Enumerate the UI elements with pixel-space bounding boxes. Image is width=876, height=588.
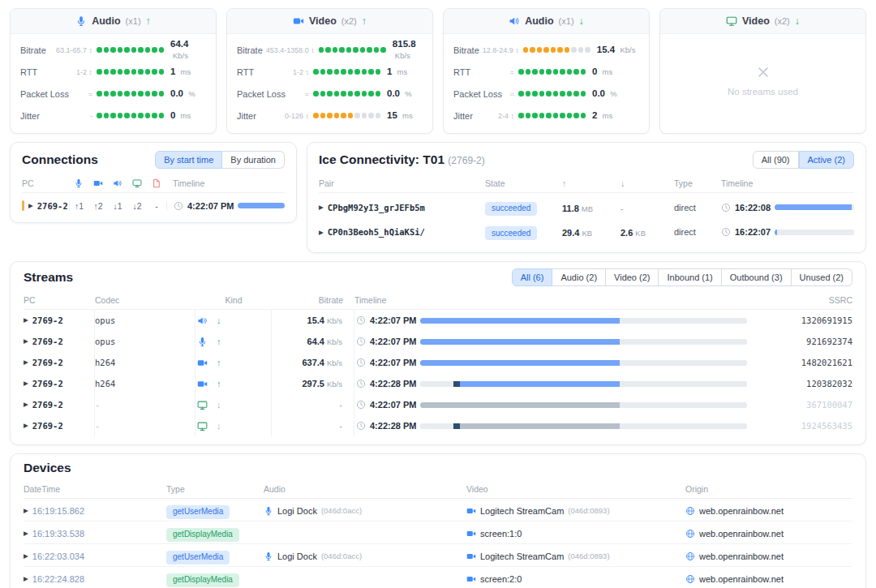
connection-pc-id: 2769-2 — [37, 201, 68, 211]
connection-start-time: 4:22:07 PM — [187, 201, 234, 211]
connection-timeline-bar — [238, 203, 285, 208]
video-device-name: screen:1:0 — [480, 529, 522, 539]
clock-icon — [174, 201, 183, 211]
audio-receive-card: Audio (x1) ↓ Bitrate 12.8-24.9 ↕ 15.4 Kb… — [443, 8, 650, 134]
metric-number: 0 — [170, 110, 175, 120]
inbound-arrow-icon: ↓ — [217, 421, 221, 431]
metric-number: 15 — [387, 110, 397, 120]
stream-row[interactable]: ▶2769-2 h264 ↑ 297.5Kb/s 4:22:28 PM 1203… — [24, 373, 852, 394]
clock-icon — [356, 315, 366, 325]
expand-caret-icon[interactable]: ▶ — [24, 530, 28, 537]
ice-pair-row[interactable]: ▶ CP0n3Beoh5_hQiaKSi/ succeeded 29.4KB 2… — [319, 218, 854, 243]
ice-filter-all-button[interactable]: All (90) — [753, 151, 799, 169]
metric-value: 0 ms — [170, 110, 206, 121]
card-count: (x1) — [559, 16, 574, 26]
ice-filter-active-button[interactable]: Active (2) — [799, 151, 854, 169]
middle-row: Connections By start time By duration PC… — [10, 142, 866, 253]
sort-by-duration-button[interactable]: By duration — [222, 151, 285, 169]
expand-caret-icon[interactable]: ▶ — [319, 230, 324, 236]
metric-range: 0-126 ↕ — [281, 112, 313, 120]
clock-icon — [721, 203, 731, 212]
video-camera-icon — [197, 358, 208, 368]
metric-value: 0.0 % — [387, 88, 423, 99]
metric-label: Packet Loss — [20, 89, 69, 99]
metric-row-jitter: Jitter 0-126 ↕ 15 ms — [237, 105, 423, 127]
metric-range: 63.1-65.7 ↕ — [53, 46, 97, 54]
audio-device-id: (046d:0acc) — [321, 552, 362, 560]
stream-timeline-cell: 4:22:07 PM — [354, 394, 758, 415]
expand-caret-icon[interactable]: ▶ — [24, 423, 28, 429]
sort-by-start-time-button[interactable]: By start time — [155, 151, 222, 169]
streams-filter-all-button[interactable]: All (6) — [512, 268, 553, 286]
metric-range: 12.8-24.9 ↕ — [479, 46, 523, 54]
streams-filter-video-button[interactable]: Video (2) — [606, 268, 659, 286]
stream-start-time: 4:22:07 PM — [370, 337, 416, 346]
device-audio-cell: Logi Dock(046d:0acc) — [264, 506, 466, 516]
device-row[interactable]: ▶16:22:03.034 getUserMedia Logi Dock(046… — [24, 544, 852, 567]
metric-dots — [518, 113, 586, 118]
upload-unit: KB — [582, 229, 592, 238]
expand-caret-icon[interactable]: ▶ — [24, 553, 28, 560]
outbound-arrow-icon: ↑ — [217, 358, 221, 367]
streams-filter-unused-button[interactable]: Unused (2) — [792, 268, 852, 286]
expand-caret-icon[interactable]: ▶ — [24, 317, 28, 324]
metric-range: 1-2 ↕ — [73, 68, 97, 76]
streams-filter-inbound-button[interactable]: Inbound (1) — [659, 268, 721, 286]
device-origin-cell: web.openrainbow.net — [685, 506, 852, 516]
metric-value: 0.0 % — [592, 88, 639, 99]
stream-start-time: 4:22:07 PM — [370, 358, 416, 367]
connection-row[interactable]: ▶ 2769-2 ↑1 ↑2 ↓1 ↓2 - 4:22:07 PM — [22, 193, 285, 212]
ice-pair-row[interactable]: ▶ CPbgM92yI3_grJEFb5m succeeded 11.8MB -… — [319, 193, 854, 218]
expand-caret-icon[interactable]: ▶ — [24, 508, 28, 514]
video-receive-card: Video (x2) ↓ No streams used — [659, 8, 866, 134]
metric-value: 2 ms — [592, 110, 639, 121]
card-count: (x1) — [126, 16, 141, 26]
metric-dots — [97, 91, 164, 97]
device-row[interactable]: ▶16:19:15.862 getUserMedia Logi Dock(046… — [24, 499, 852, 521]
stream-bitrate-cell: 637.4Kb/s — [272, 352, 354, 373]
codec-column-header: Codec — [95, 295, 195, 305]
expand-caret-icon[interactable]: ▶ — [24, 380, 28, 387]
devices-panel: Devices DateTime Type Audio Video Origin… — [10, 453, 866, 588]
expand-caret-icon[interactable]: ▶ — [24, 401, 28, 408]
stream-row[interactable]: ▶2769-2 - ↓ - 4:22:28 PM 1924563435 — [24, 415, 852, 436]
pair-cell: ▶ CPbgM92yI3_grJEFb5m — [319, 203, 485, 212]
speaker-icon — [197, 315, 208, 326]
audio-column-header: Audio — [264, 484, 466, 494]
datetime-column-header: DateTime — [24, 484, 166, 494]
connection-timeline-cell: 4:22:07 PM — [166, 201, 285, 211]
device-row[interactable]: ▶16:19:33.538 getDisplayMedia screen:1:0… — [24, 521, 852, 544]
video-camera-icon — [466, 552, 476, 561]
expand-caret-icon[interactable]: ▶ — [319, 204, 324, 211]
bitrate-number: 297.5 — [302, 379, 324, 388]
device-video-cell: Logitech StreamCam(046d:0893) — [466, 552, 685, 561]
stream-row[interactable]: ▶2769-2 opus ↓ 15.4Kb/s 4:22:07 PM 13206… — [24, 310, 852, 331]
stream-row[interactable]: ▶2769-2 opus ↑ 64.4Kb/s 4:22:07 PM 92169… — [24, 331, 852, 352]
stream-codec: opus — [95, 331, 195, 352]
expand-caret-icon[interactable]: ▶ — [24, 338, 28, 345]
stream-row[interactable]: ▶2769-2 - ↓ - 4:22:07 PM 367100047 — [24, 394, 852, 415]
speaker-column-icon — [113, 178, 122, 188]
streams-filter-outbound-button[interactable]: Outbound (3) — [722, 268, 792, 286]
card-header: Audio (x1) ↓ — [444, 9, 649, 34]
connections-table-header: PC Timeline — [22, 173, 285, 193]
pair-timeline-bar — [775, 230, 854, 235]
down-arrow-icon: ↓ — [579, 15, 584, 27]
streams-filter-audio-button[interactable]: Audio (2) — [552, 268, 606, 286]
card-header: Audio (x1) ↑ — [11, 9, 216, 34]
globe-icon — [685, 529, 695, 539]
expand-caret-icon[interactable]: ▶ — [28, 203, 33, 209]
metric-row-bitrate: Bitrate 453.4-1358.0 ↕ 815.8 Kb/s — [237, 39, 423, 61]
devices-header: Devices — [24, 461, 852, 475]
devices-table-header: DateTime Type Audio Video Origin — [24, 479, 852, 499]
pc-column-header: PC — [22, 178, 69, 188]
stream-pc-id: 2769-2 — [32, 337, 63, 346]
metric-unit: Kb/s — [620, 45, 635, 54]
mic-stream-count: ↑1 — [69, 200, 88, 211]
stream-timeline-bar — [420, 339, 747, 345]
metric-number: 1 — [170, 67, 175, 76]
stream-row[interactable]: ▶2769-2 h264 ↑ 637.4Kb/s 4:22:07 PM 1482… — [24, 352, 852, 373]
expand-caret-icon[interactable]: ▶ — [24, 359, 28, 366]
device-row[interactable]: ▶16:22:24.828 getDisplayMedia screen:2:0… — [24, 567, 852, 588]
expand-caret-icon[interactable]: ▶ — [24, 576, 28, 582]
